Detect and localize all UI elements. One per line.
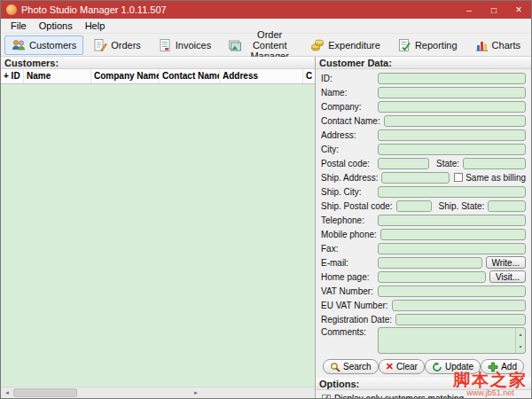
mobile-phone-label: Mobile phone: [321,230,380,239]
add-button[interactable]: Add [481,359,524,374]
email-input[interactable] [378,257,482,269]
toolbar-charts-button[interactable]: Charts [467,35,528,55]
column-header-c[interactable]: C [303,69,315,83]
eu-vat-number-label: EU VAT Number: [321,301,392,310]
customers-table-body[interactable] [1,84,315,387]
column-header-id[interactable]: + ID [1,69,24,83]
company-input[interactable] [378,101,526,113]
customer-data-title: Customer Data: [316,57,531,69]
id-input[interactable] [378,73,526,84]
field-row-postal-state: Postal code: State: [321,156,526,170]
menu-file[interactable]: File [4,20,33,32]
same-as-billing-checkbox[interactable] [454,173,463,182]
vat-number-input[interactable] [378,286,526,297]
display-only-matching-label: Display only customers matching [334,394,464,399]
close-button[interactable]: × [506,1,531,19]
eu-vat-number-input[interactable] [392,300,526,311]
name-input[interactable] [378,87,526,98]
ship-state-label: Ship. State: [439,201,489,211]
clear-button[interactable]: ✕ Clear [379,359,425,374]
window-title: Photo Studio Manager 1.0.11.507 [21,4,457,15]
customers-panel: Customers: + ID Name Company Name Contac… [1,57,316,398]
action-buttons: Search ✕ Clear Update Add [316,355,531,378]
field-row-company: Company: [321,99,526,113]
column-header-name[interactable]: Name [24,69,91,83]
scroll-up-icon[interactable]: ▲ [516,328,525,340]
clear-icon: ✕ [386,362,394,372]
menu-options[interactable]: Options [33,20,79,32]
title-bar: Photo Studio Manager 1.0.11.507 – □ × [1,1,531,19]
customers-panel-title: Customers: [1,57,315,69]
registration-date-input[interactable] [395,314,526,325]
comments-textarea[interactable]: ▲ ▼ [378,327,526,354]
address-input[interactable] [378,129,526,141]
toolbar-invoices-label: Invoices [176,40,211,51]
ship-state-input[interactable] [488,200,526,212]
scroll-left-icon[interactable]: ◄ [1,387,13,398]
display-only-matching-checkbox[interactable] [322,395,331,399]
ship-city-label: Ship. City: [321,187,378,197]
home-page-input[interactable] [378,271,486,283]
scroll-right-icon[interactable]: ► [77,387,315,398]
field-row-ship-address: Ship. Address: Same as billing [321,170,526,184]
toolbar-orders-label: Orders [111,40,141,51]
app-window: Photo Studio Manager 1.0.11.507 – □ × Fi… [0,0,532,399]
horizontal-scrollbar[interactable]: ◄ ► [1,387,315,398]
field-row-contact-name: Contact Name: [321,113,526,128]
field-row-comments: Comments: ▲ ▼ [321,326,526,355]
ship-postal-code-input[interactable] [396,200,432,212]
expenditure-icon [310,38,325,52]
toolbar-expenditure-button[interactable]: Expenditure [303,35,387,55]
minimize-button[interactable]: – [457,1,481,19]
telephone-input[interactable] [378,215,526,226]
window-controls: – □ × [457,1,531,19]
toolbar: Customers Orders Invoices Order Content … [1,34,531,57]
city-input[interactable] [378,144,526,155]
update-button[interactable]: Update [425,359,481,374]
comments-label: Comments: [321,327,378,337]
scroll-down-icon[interactable]: ▼ [516,340,525,353]
customers-table-header: + ID Name Company Name Contact Name Addr… [1,69,315,84]
field-row-city: City: [321,142,526,156]
contact-name-input[interactable] [384,115,526,127]
search-button[interactable]: Search [323,359,379,374]
same-as-billing-checkrow: Same as billing [454,173,526,183]
ship-city-input[interactable] [378,186,526,198]
field-row-ship-city: Ship. City: [321,184,526,199]
field-row-registration-date: Registration Date: [321,312,526,326]
mobile-phone-input[interactable] [380,229,526,240]
field-row-home-page: Home page: Visit... [321,270,526,284]
write-email-button[interactable]: Write... [486,256,526,269]
column-header-company-name[interactable]: Company Name [91,69,160,83]
email-label: E-mail: [321,258,378,268]
toolbar-order-content-manager-button[interactable]: Order Content Manager [221,35,301,55]
ship-postal-code-label: Ship. Postal code: [321,201,396,211]
toolbar-orders-button[interactable]: Orders [86,35,148,55]
visit-home-page-button[interactable]: Visit... [489,270,526,283]
postal-code-input[interactable] [378,158,429,169]
fax-input[interactable] [378,243,526,254]
comments-text-area[interactable] [379,328,515,353]
company-label: Company: [321,102,378,112]
state-input[interactable] [463,158,526,169]
maximize-button[interactable]: □ [481,1,506,19]
clear-button-label: Clear [396,362,418,372]
add-icon [488,362,498,372]
scrollbar-thumb[interactable] [13,388,77,397]
toolbar-customers-button[interactable]: Customers [4,35,83,55]
registration-date-label: Registration Date: [321,315,395,325]
add-button-label: Add [501,362,517,372]
field-row-vat-number: VAT Number: [321,284,526,298]
home-page-label: Home page: [321,272,378,282]
vat-number-label: VAT Number: [321,286,378,296]
field-row-fax: Fax: [321,241,526,255]
toolbar-reporting-button[interactable]: Reporting [390,35,465,55]
ship-address-input[interactable] [381,172,450,184]
search-button-label: Search [343,362,372,372]
telephone-label: Telephone: [321,215,378,225]
column-header-address[interactable]: Address [220,69,303,83]
same-as-billing-label: Same as billing [466,173,526,183]
column-header-contact-name[interactable]: Contact Name [160,69,220,83]
toolbar-invoices-button[interactable]: Invoices [151,35,218,55]
menu-help[interactable]: Help [79,20,112,32]
